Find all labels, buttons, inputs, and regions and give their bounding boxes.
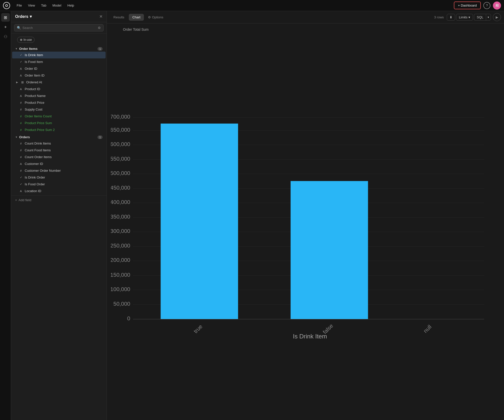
svg-text:700,000: 700,000 bbox=[111, 114, 130, 120]
sql-dropdown[interactable]: ▾ bbox=[486, 14, 491, 21]
field-label: Count Order Items bbox=[25, 155, 52, 159]
field-label: Order ID bbox=[25, 67, 37, 71]
menu-view[interactable]: View bbox=[25, 3, 38, 8]
download-button[interactable]: ⬇ bbox=[447, 14, 455, 21]
field-is-food-order[interactable]: ✓ Is Food Order bbox=[12, 181, 106, 188]
field-customer-order-number[interactable]: # Customer Order Number bbox=[12, 167, 106, 174]
field-label: Product ID bbox=[25, 87, 40, 91]
section-order-items[interactable]: ▼ Order Items 1 bbox=[11, 45, 107, 52]
check-icon: ✓ bbox=[19, 53, 23, 57]
svg-text:200,000: 200,000 bbox=[111, 257, 130, 263]
bar-chart: 0 50,000 100,000 150,000 200,000 250,000… bbox=[111, 34, 498, 416]
section-label: Orders bbox=[19, 135, 30, 139]
options-label: Options bbox=[152, 15, 163, 19]
field-product-price-sum-2[interactable]: # Product Price Sum 2 bbox=[12, 126, 106, 133]
field-product-name[interactable]: A Product Name bbox=[12, 92, 106, 99]
in-use-label: In-use bbox=[23, 38, 32, 42]
panel-title-text: Orders bbox=[15, 14, 28, 19]
field-product-price[interactable]: # Product Price bbox=[12, 99, 106, 106]
menu-help[interactable]: Help bbox=[65, 3, 77, 8]
limits-button[interactable]: Limits ▾ bbox=[456, 14, 473, 21]
svg-text:500,000: 500,000 bbox=[111, 170, 130, 176]
chart-title: Order Total Sum bbox=[123, 27, 498, 31]
svg-text:350,000: 350,000 bbox=[111, 214, 130, 220]
field-ordered-at[interactable]: ▶ ▦ Ordered At bbox=[12, 79, 106, 86]
menu-model[interactable]: Model bbox=[50, 3, 64, 8]
field-label: Count Drink Items bbox=[25, 142, 51, 145]
hash-measure-icon: # bbox=[19, 128, 23, 131]
svg-text:450,000: 450,000 bbox=[111, 185, 130, 191]
hash-measure-icon: # bbox=[19, 122, 23, 125]
field-label: Is Food Order bbox=[25, 182, 45, 186]
avatar[interactable]: 相 bbox=[493, 2, 501, 10]
menu-tab[interactable]: Tab bbox=[39, 3, 49, 8]
sql-button[interactable]: SQL bbox=[474, 14, 486, 21]
app-logo[interactable] bbox=[3, 2, 10, 9]
field-count-drink-items[interactable]: # Count Drink Items bbox=[12, 140, 106, 147]
link-icon: ⊗ bbox=[20, 38, 22, 42]
tab-bar: Results Chart ⚙ Options 3 rows ⬇ Limits … bbox=[107, 11, 504, 23]
field-label: Location ID bbox=[25, 189, 41, 193]
download-icon: ⬇ bbox=[450, 15, 452, 19]
field-is-drink-order[interactable]: ✓ Is Drink Order bbox=[12, 174, 106, 181]
dashboard-button[interactable]: + Dashboard bbox=[454, 2, 481, 9]
menu-file[interactable]: File bbox=[14, 3, 24, 8]
main-layout: ⊞ ✦ ⚇ Orders ▾ ✕ 🔍 ⚙ ⊗ In-u bbox=[0, 11, 504, 420]
filter-icon[interactable]: ⚙ bbox=[98, 26, 101, 30]
panel-close-button[interactable]: ✕ bbox=[99, 14, 103, 19]
field-label: Ordered At bbox=[26, 80, 42, 84]
hash-icon: # bbox=[19, 169, 23, 172]
field-is-food-item[interactable]: ✓ Is Food Item bbox=[12, 58, 106, 65]
field-label: Customer ID bbox=[25, 162, 43, 166]
section-badge-orders: 1 bbox=[98, 135, 103, 139]
svg-text:Is Drink Item: Is Drink Item bbox=[293, 333, 327, 340]
add-field-button[interactable]: + Add field bbox=[11, 195, 107, 204]
panel-title[interactable]: Orders ▾ bbox=[15, 14, 32, 19]
section-badge-order-items: 1 bbox=[98, 47, 103, 51]
connections-icon-btn[interactable]: ⚇ bbox=[1, 32, 10, 41]
check-icon: ✓ bbox=[19, 176, 23, 179]
field-customer-id[interactable]: A Customer ID bbox=[12, 160, 106, 167]
field-supply-cost[interactable]: # Supply Cost bbox=[12, 106, 106, 113]
hash-icon: # bbox=[19, 156, 23, 159]
svg-text:150,000: 150,000 bbox=[111, 272, 130, 278]
sql-group: SQL ▾ bbox=[474, 14, 491, 21]
tab-options[interactable]: ⚙ Options bbox=[145, 14, 166, 21]
field-location-id[interactable]: A Location ID bbox=[12, 188, 106, 194]
field-product-id[interactable]: A Product ID bbox=[12, 86, 106, 92]
svg-text:100,000: 100,000 bbox=[111, 286, 130, 292]
svg-text:250,000: 250,000 bbox=[111, 242, 130, 249]
tab-chart[interactable]: Chart bbox=[129, 14, 144, 21]
hash-icon: # bbox=[19, 142, 23, 145]
in-use-button[interactable]: ⊗ In-use bbox=[17, 37, 35, 43]
field-order-item-id[interactable]: A Order Item ID bbox=[12, 72, 106, 79]
connections-icon: ⚇ bbox=[4, 34, 7, 39]
sliders-icon: ⚙ bbox=[148, 15, 151, 19]
field-order-id[interactable]: A Order ID bbox=[12, 65, 106, 72]
field-is-drink-item[interactable]: ✓ Is Drink Item bbox=[12, 52, 106, 58]
field-label: Product Name bbox=[25, 94, 46, 98]
field-product-price-sum[interactable]: # Product Price Sum bbox=[12, 120, 106, 126]
grid-icon-btn[interactable]: ⊞ bbox=[1, 13, 10, 22]
section-orders[interactable]: ▼ Orders 1 bbox=[11, 133, 107, 140]
hash-icon: # bbox=[19, 149, 23, 152]
check-icon: ✓ bbox=[19, 60, 23, 63]
limits-label: Limits bbox=[459, 15, 467, 19]
svg-text:null: null bbox=[422, 324, 433, 334]
string-icon: A bbox=[19, 88, 23, 91]
search-input[interactable] bbox=[22, 26, 96, 30]
tab-results[interactable]: Results bbox=[110, 14, 128, 21]
svg-text:300,000: 300,000 bbox=[111, 228, 130, 234]
field-count-food-items[interactable]: # Count Food Items bbox=[12, 147, 106, 154]
bar-false bbox=[291, 181, 368, 319]
check-icon: ✓ bbox=[19, 183, 23, 186]
svg-text:true: true bbox=[193, 323, 204, 334]
help-button[interactable]: ? bbox=[483, 2, 490, 9]
sparkle-icon-btn[interactable]: ✦ bbox=[1, 23, 10, 31]
svg-text:600,000: 600,000 bbox=[111, 141, 130, 147]
section-label: Order Items bbox=[19, 47, 38, 51]
run-button[interactable]: ▶ bbox=[493, 13, 501, 21]
field-count-order-items[interactable]: # Count Order Items bbox=[12, 154, 106, 160]
field-list: ▼ Order Items 1 ✓ Is Drink Item ✓ Is Foo… bbox=[11, 45, 107, 420]
field-order-items-count[interactable]: # Order Items Count bbox=[12, 113, 106, 120]
